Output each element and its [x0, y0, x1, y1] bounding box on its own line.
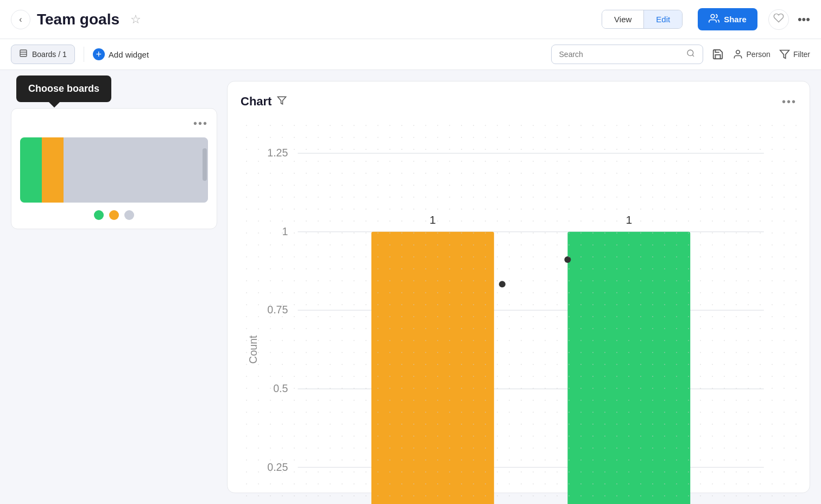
- svg-rect-1: [20, 50, 27, 56]
- svg-marker-8: [278, 97, 286, 104]
- chart-title: Chart: [241, 94, 271, 109]
- bar-working-on-it: [371, 232, 494, 504]
- board-card: •••: [11, 108, 217, 229]
- decorative-dot-2: [564, 256, 571, 263]
- svg-text:0.5: 0.5: [273, 382, 288, 394]
- add-widget-button[interactable]: + Add widget: [93, 48, 149, 60]
- choose-boards-tooltip: Choose boards: [16, 75, 111, 102]
- edit-button[interactable]: Edit: [643, 10, 682, 28]
- bar-done: [567, 232, 690, 504]
- preview-gray-area: [64, 137, 208, 203]
- preview-green-bar: [20, 137, 42, 203]
- left-panel: Choose boards •••: [11, 81, 217, 493]
- svg-point-4: [687, 50, 693, 56]
- legend-dot-green: [94, 210, 104, 220]
- share-label: Share: [724, 15, 747, 24]
- tooltip-text: Choose boards: [28, 83, 99, 94]
- svg-text:1: 1: [282, 225, 288, 237]
- board-card-header: •••: [20, 117, 208, 130]
- star-icon[interactable]: ☆: [130, 12, 141, 27]
- svg-point-0: [711, 15, 715, 18]
- back-button[interactable]: ‹: [11, 10, 30, 29]
- header: ‹ Team goals ☆ View Edit Share •••: [0, 0, 821, 39]
- svg-text:1: 1: [430, 213, 436, 226]
- preview-scrollbar: [203, 148, 207, 181]
- svg-text:0.25: 0.25: [267, 461, 288, 473]
- search-box[interactable]: [551, 45, 703, 64]
- boards-chip[interactable]: Boards / 1: [11, 45, 75, 64]
- more-header-icon[interactable]: •••: [798, 12, 810, 27]
- heart-button[interactable]: [768, 9, 789, 30]
- board-more-button[interactable]: •••: [193, 117, 208, 130]
- chart-container: 1.25 1 0.75 0.5 0.25 0 Count 1 1: [241, 119, 797, 504]
- svg-text:Count: Count: [247, 335, 259, 364]
- svg-text:1: 1: [626, 213, 632, 226]
- decorative-dot-1: [499, 281, 506, 287]
- plus-icon: +: [93, 48, 105, 60]
- chart-svg: 1.25 1 0.75 0.5 0.25 0 Count 1 1: [241, 119, 797, 504]
- add-widget-label: Add widget: [109, 50, 149, 59]
- toolbar-divider: [84, 47, 84, 62]
- preview-orange-bar: [42, 137, 64, 203]
- svg-point-6: [736, 51, 740, 54]
- boards-chip-icon: [19, 49, 28, 60]
- heart-icon: [773, 12, 784, 26]
- svg-line-5: [692, 55, 694, 56]
- legend-dot-orange: [109, 210, 119, 220]
- svg-marker-7: [780, 51, 790, 59]
- boards-chip-label: Boards / 1: [32, 50, 67, 59]
- chart-panel: Chart ••• 1.25 1 0.75 0.5: [227, 81, 810, 493]
- legend-dots: [20, 210, 208, 220]
- view-edit-group: View Edit: [602, 10, 683, 29]
- toolbar: Boards / 1 + Add widget Person Filter: [0, 39, 821, 70]
- share-people-icon: [709, 13, 719, 26]
- chart-header: Chart •••: [241, 94, 797, 109]
- search-input[interactable]: [559, 50, 682, 59]
- share-button[interactable]: Share: [698, 8, 757, 30]
- legend-dot-gray: [124, 210, 134, 220]
- board-preview: [20, 137, 208, 203]
- save-button[interactable]: [712, 48, 724, 60]
- filter-label: Filter: [793, 50, 810, 59]
- view-button[interactable]: View: [602, 10, 643, 28]
- person-button[interactable]: Person: [732, 49, 771, 60]
- filter-button[interactable]: Filter: [779, 49, 810, 60]
- search-icon: [686, 49, 695, 60]
- svg-text:0.75: 0.75: [267, 304, 288, 316]
- svg-text:1.25: 1.25: [267, 147, 288, 159]
- main-content: Choose boards ••• Chart: [0, 70, 821, 504]
- page-title: Team goals: [37, 11, 119, 28]
- chart-filter-icon[interactable]: [277, 96, 287, 108]
- chart-more-button[interactable]: •••: [782, 96, 797, 108]
- person-label: Person: [747, 50, 771, 59]
